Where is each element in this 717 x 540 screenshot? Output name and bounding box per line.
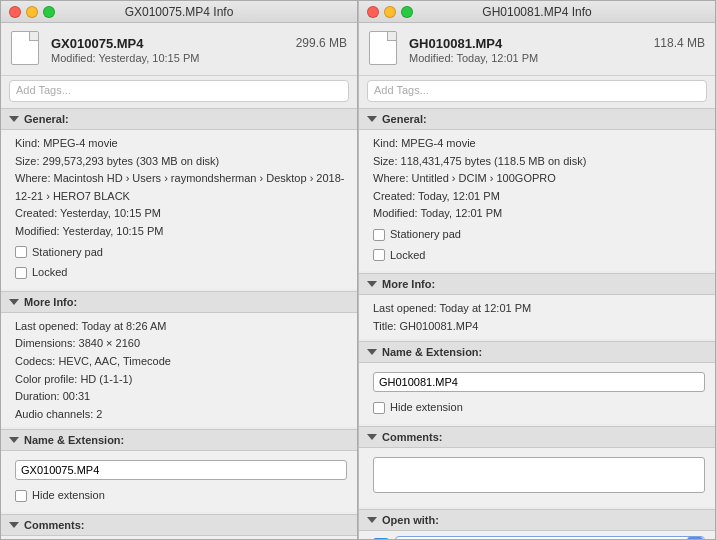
close-button-2[interactable] bbox=[367, 6, 379, 18]
app-dropdown-2[interactable]: EditReady (default) (2.5.1) bbox=[395, 536, 705, 539]
file-modified-2: Modified: Today, 12:01 PM bbox=[409, 52, 705, 64]
triangle-icon-general-2 bbox=[367, 116, 377, 122]
general-where-row-1: Where: Macintosh HD › Users › raymondshe… bbox=[15, 170, 347, 205]
stationery-checkbox-2[interactable] bbox=[373, 229, 385, 241]
minimize-button-2[interactable] bbox=[384, 6, 396, 18]
tags-input-2[interactable]: Add Tags... bbox=[367, 80, 707, 102]
comments-label-1: Comments: bbox=[24, 519, 85, 531]
name-input-2[interactable] bbox=[373, 372, 705, 392]
comments-label-2: Comments: bbox=[382, 431, 443, 443]
more-info-section-header-2[interactable]: More Info: bbox=[359, 273, 715, 295]
more-info-content-2: Last opened: Today at 12:01 PM Title: GH… bbox=[359, 295, 715, 339]
file-info-2: GH010081.MP4 118.4 MB Modified: Today, 1… bbox=[409, 36, 705, 64]
title-bar-1: GX010075.MP4 Info bbox=[1, 1, 357, 23]
general-modified-row-1: Modified: Yesterday, 10:15 PM bbox=[15, 223, 347, 241]
more-info-label-1: More Info: bbox=[24, 296, 77, 308]
general-content-2: Kind: MPEG-4 movie Size: 118,431,475 byt… bbox=[359, 130, 715, 271]
minimize-button-1[interactable] bbox=[26, 6, 38, 18]
triangle-icon-more-info-1 bbox=[9, 299, 19, 305]
app-icon-2 bbox=[373, 538, 389, 539]
locked-row-1: Locked bbox=[15, 264, 347, 282]
more-info-codecs-1: Codecs: HEVC, AAC, Timecode bbox=[15, 353, 347, 371]
more-info-section-header-1[interactable]: More Info: bbox=[1, 291, 357, 313]
more-info-duration-1: Duration: 00:31 bbox=[15, 388, 347, 406]
open-with-content-2: EditReady (default) (2.5.1) ▼ bbox=[359, 531, 715, 539]
close-button-1[interactable] bbox=[9, 6, 21, 18]
file-icon-1 bbox=[11, 31, 43, 69]
general-section-header-2[interactable]: General: bbox=[359, 108, 715, 130]
locked-label-1: Locked bbox=[32, 264, 67, 282]
name-input-1[interactable] bbox=[15, 460, 347, 480]
file-icon-shape-1 bbox=[11, 31, 39, 65]
file-icon-shape-2 bbox=[369, 31, 397, 65]
file-modified-1: Modified: Yesterday, 10:15 PM bbox=[51, 52, 347, 64]
stationery-checkbox-1[interactable] bbox=[15, 246, 27, 258]
traffic-lights-2 bbox=[367, 6, 413, 18]
name-ext-section-header-1[interactable]: Name & Extension: bbox=[1, 429, 357, 451]
general-size-row-2: Size: 118,431,475 bytes (118.5 MB on dis… bbox=[373, 153, 705, 171]
more-info-color-profile-1: Color profile: HD (1-1-1) bbox=[15, 371, 347, 389]
stationery-label-1: Stationery pad bbox=[32, 244, 103, 262]
general-label-1: General: bbox=[24, 113, 69, 125]
name-ext-label-1: Name & Extension: bbox=[24, 434, 124, 446]
file-info-1: GX010075.MP4 299.6 MB Modified: Yesterda… bbox=[51, 36, 347, 64]
hide-ext-checkbox-2[interactable] bbox=[373, 402, 385, 414]
hide-ext-label-1: Hide extension bbox=[32, 487, 105, 505]
general-content-1: Kind: MPEG-4 movie Size: 299,573,293 byt… bbox=[1, 130, 357, 289]
general-kind-row-2: Kind: MPEG-4 movie bbox=[373, 135, 705, 153]
more-info-content-1: Last opened: Today at 8:26 AM Dimensions… bbox=[1, 313, 357, 428]
general-where-row-2: Where: Untitled › DCIM › 100GOPRO bbox=[373, 170, 705, 188]
file-name-row-2: GH010081.MP4 118.4 MB bbox=[409, 36, 705, 51]
more-info-label-2: More Info: bbox=[382, 278, 435, 290]
comments-content-2 bbox=[359, 448, 715, 507]
scroll-area-1: General: Kind: MPEG-4 movie Size: 299,57… bbox=[1, 106, 357, 539]
triangle-icon-comments-1 bbox=[9, 522, 19, 528]
name-ext-section-header-2[interactable]: Name & Extension: bbox=[359, 341, 715, 363]
name-ext-label-2: Name & Extension: bbox=[382, 346, 482, 358]
general-created-row-2: Created: Today, 12:01 PM bbox=[373, 188, 705, 206]
comments-section-header-2[interactable]: Comments: bbox=[359, 426, 715, 448]
triangle-icon-name-ext-2 bbox=[367, 349, 377, 355]
comments-section-header-1[interactable]: Comments: bbox=[1, 514, 357, 536]
locked-label-2: Locked bbox=[390, 247, 425, 265]
file-name-2: GH010081.MP4 bbox=[409, 36, 502, 51]
file-name-1: GX010075.MP4 bbox=[51, 36, 144, 51]
open-with-section-header-2[interactable]: Open with: bbox=[359, 509, 715, 531]
more-info-title-2: Title: GH010081.MP4 bbox=[373, 318, 705, 336]
maximize-button-1[interactable] bbox=[43, 6, 55, 18]
locked-checkbox-2[interactable] bbox=[373, 249, 385, 261]
more-info-last-opened-2: Last opened: Today at 12:01 PM bbox=[373, 300, 705, 318]
app-dropdown-wrapper-2: EditReady (default) (2.5.1) ▼ bbox=[395, 536, 705, 539]
window-title-2: GH010081.MP4 Info bbox=[482, 5, 591, 19]
name-ext-content-1: Hide extension bbox=[1, 451, 357, 512]
triangle-icon-name-ext-1 bbox=[9, 437, 19, 443]
open-with-label-2: Open with: bbox=[382, 514, 439, 526]
maximize-button-2[interactable] bbox=[401, 6, 413, 18]
title-bar-2: GH010081.MP4 Info bbox=[359, 1, 715, 23]
window-title-1: GX010075.MP4 Info bbox=[125, 5, 234, 19]
general-created-row-1: Created: Yesterday, 10:15 PM bbox=[15, 205, 347, 223]
more-info-last-opened-1: Last opened: Today at 8:26 AM bbox=[15, 318, 347, 336]
comments-textarea-2[interactable] bbox=[373, 457, 705, 493]
file-size-2: 118.4 MB bbox=[654, 36, 705, 50]
stationery-row-1: Stationery pad bbox=[15, 244, 347, 262]
general-modified-row-2: Modified: Today, 12:01 PM bbox=[373, 205, 705, 223]
triangle-icon-open-with-2 bbox=[367, 517, 377, 523]
hide-ext-row-2: Hide extension bbox=[373, 399, 705, 417]
file-header-2: GH010081.MP4 118.4 MB Modified: Today, 1… bbox=[359, 23, 715, 76]
file-name-row-1: GX010075.MP4 299.6 MB bbox=[51, 36, 347, 51]
general-kind-row-1: Kind: MPEG-4 movie bbox=[15, 135, 347, 153]
open-with-row-2: EditReady (default) (2.5.1) ▼ bbox=[373, 536, 705, 539]
more-info-dimensions-1: Dimensions: 3840 × 2160 bbox=[15, 335, 347, 353]
triangle-icon-comments-2 bbox=[367, 434, 377, 440]
hide-ext-checkbox-1[interactable] bbox=[15, 490, 27, 502]
tags-input-1[interactable]: Add Tags... bbox=[9, 80, 349, 102]
general-size-row-1: Size: 299,573,293 bytes (303 MB on disk) bbox=[15, 153, 347, 171]
window-1: GX010075.MP4 Info GX010075.MP4 299.6 MB … bbox=[0, 0, 358, 540]
general-section-header-1[interactable]: General: bbox=[1, 108, 357, 130]
more-info-audio-1: Audio channels: 2 bbox=[15, 406, 347, 424]
hide-ext-label-2: Hide extension bbox=[390, 399, 463, 417]
stationery-label-2: Stationery pad bbox=[390, 226, 461, 244]
general-label-2: General: bbox=[382, 113, 427, 125]
locked-checkbox-1[interactable] bbox=[15, 267, 27, 279]
